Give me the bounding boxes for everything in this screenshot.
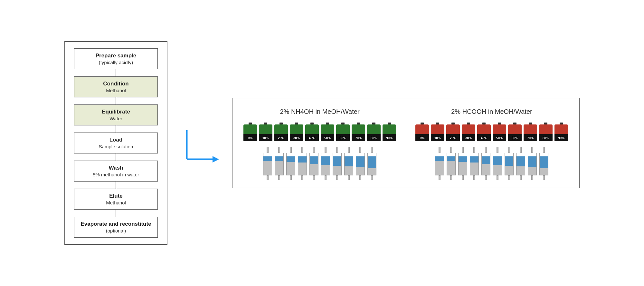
cartridge-0 bbox=[435, 147, 444, 180]
left-group-title: 2% NH4OH in MeOH/Water bbox=[280, 108, 359, 115]
cart-bottom-stem-8 bbox=[531, 175, 533, 180]
cart-bottom-stem-7 bbox=[348, 175, 350, 180]
step-sub-condition: Methanol bbox=[78, 88, 154, 93]
cart-fill-white-1 bbox=[275, 153, 283, 156]
bottle-label-6: 60% bbox=[336, 136, 350, 140]
step-title-wash: Wash bbox=[78, 165, 154, 171]
cart-bottom-stem-5 bbox=[325, 175, 327, 180]
cart-fill-blue-3 bbox=[298, 156, 307, 163]
right-column-group: 2% HCOOH in MeOH/Water 0%10%20%30%40%50%… bbox=[415, 108, 568, 180]
bottle-body-3: 30% bbox=[290, 124, 303, 141]
cart-body-7 bbox=[344, 153, 353, 175]
step-title-elute: Elute bbox=[78, 193, 154, 199]
cart-top-stem-9 bbox=[371, 147, 373, 153]
bottle-1: 10% bbox=[431, 123, 444, 141]
cartridge-8 bbox=[356, 147, 365, 180]
right-group-title: 2% HCOOH in MeOH/Water bbox=[451, 108, 532, 115]
cart-top-stem-2 bbox=[290, 147, 292, 153]
cart-fill-white-7 bbox=[345, 153, 353, 156]
cart-fill-blue-9 bbox=[540, 156, 548, 168]
cart-fill-blue-0 bbox=[435, 156, 444, 161]
cart-fill-blue-6 bbox=[333, 156, 341, 166]
cart-top-stem-7 bbox=[348, 147, 350, 153]
main-container: Prepare sample (typically acidfy)Conditi… bbox=[52, 28, 592, 258]
step-sub-prepare: (typically acidfy) bbox=[78, 60, 154, 65]
cart-fill-blue-6 bbox=[505, 156, 513, 166]
cart-body-9 bbox=[367, 153, 376, 175]
cart-bottom-stem-7 bbox=[520, 175, 522, 180]
bottle-body-9: 90% bbox=[383, 124, 396, 141]
cart-fill-white-2 bbox=[287, 153, 295, 156]
flow-chart: Prepare sample (typically acidfy)Conditi… bbox=[64, 41, 167, 245]
cart-fill-gray-6 bbox=[505, 166, 513, 175]
bottle-body-3: 30% bbox=[462, 124, 475, 141]
cart-bottom-stem-5 bbox=[497, 175, 498, 180]
cart-body-0 bbox=[435, 153, 444, 175]
cart-fill-gray-0 bbox=[263, 161, 272, 175]
cart-bottom-stem-0 bbox=[439, 175, 440, 180]
cartridge-1 bbox=[275, 147, 284, 180]
cart-bottom-stem-8 bbox=[359, 175, 361, 180]
step-sub-elute: Methanol bbox=[78, 200, 154, 205]
bottle-body-8: 80% bbox=[367, 124, 381, 141]
left-cartridges-row bbox=[263, 147, 376, 180]
bottle-label-2: 20% bbox=[446, 136, 460, 140]
step-title-prepare: Prepare sample bbox=[78, 53, 154, 59]
cart-fill-white-1 bbox=[447, 153, 455, 156]
cart-top-stem-4 bbox=[485, 147, 487, 153]
cart-bottom-stem-3 bbox=[473, 175, 475, 180]
cart-fill-white-2 bbox=[459, 153, 467, 156]
cartridge-8 bbox=[528, 147, 537, 180]
cartridge-7 bbox=[344, 147, 353, 180]
step-sub-wash: 5% methanol in water bbox=[78, 172, 154, 177]
bottle-6: 60% bbox=[336, 123, 350, 141]
bottle-label-1: 10% bbox=[259, 136, 272, 140]
bottle-label-9: 90% bbox=[383, 136, 396, 140]
bottle-body-5: 50% bbox=[493, 124, 506, 141]
bottle-7: 70% bbox=[524, 123, 537, 141]
cart-body-3 bbox=[470, 153, 479, 175]
cart-fill-white-5 bbox=[493, 153, 502, 156]
bottle-6: 60% bbox=[508, 123, 522, 141]
cartridge-3 bbox=[298, 147, 307, 180]
bottle-3: 30% bbox=[462, 123, 475, 141]
cart-top-stem-4 bbox=[313, 147, 315, 153]
bottle-body-7: 70% bbox=[524, 124, 537, 141]
cart-fill-blue-7 bbox=[345, 156, 353, 166]
cart-body-1 bbox=[447, 153, 456, 175]
bottle-label-5: 50% bbox=[321, 136, 334, 140]
cart-fill-gray-9 bbox=[368, 168, 376, 175]
cart-top-stem-1 bbox=[278, 147, 280, 153]
cartridge-9 bbox=[539, 147, 548, 180]
cartridge-0 bbox=[263, 147, 272, 180]
cart-fill-blue-2 bbox=[287, 156, 295, 162]
cart-top-stem-9 bbox=[543, 147, 545, 153]
cart-body-5 bbox=[493, 153, 502, 175]
bottle-9: 90% bbox=[554, 123, 568, 141]
bottle-body-4: 40% bbox=[305, 124, 319, 141]
cart-fill-gray-1 bbox=[447, 161, 455, 175]
bottle-label-9: 90% bbox=[554, 136, 568, 140]
bottle-0: 0% bbox=[243, 123, 257, 141]
right-cartridges-row bbox=[435, 147, 548, 180]
cart-fill-blue-5 bbox=[321, 156, 330, 165]
cart-top-stem-6 bbox=[508, 147, 510, 153]
cart-top-stem-0 bbox=[439, 147, 440, 153]
cart-fill-gray-3 bbox=[298, 163, 307, 175]
cart-top-stem-0 bbox=[267, 147, 269, 153]
bottle-8: 80% bbox=[539, 123, 553, 141]
cart-fill-white-4 bbox=[310, 153, 318, 156]
step-title-equilibrate: Equilibrate bbox=[78, 109, 154, 115]
flow-connector-2 bbox=[116, 125, 116, 133]
cart-top-stem-1 bbox=[450, 147, 452, 153]
cartridge-1 bbox=[447, 147, 456, 180]
bottle-body-5: 50% bbox=[321, 124, 334, 141]
step-title-load: Load bbox=[78, 137, 154, 143]
cart-bottom-stem-2 bbox=[462, 175, 464, 180]
right-columns: 2% NH4OH in MeOH/Water 0%10%20%30%40%50%… bbox=[240, 108, 571, 180]
cart-bottom-stem-1 bbox=[450, 175, 452, 180]
cart-fill-gray-5 bbox=[321, 165, 330, 175]
bottle-label-1: 10% bbox=[431, 136, 444, 140]
cart-body-0 bbox=[263, 153, 272, 175]
bottle-label-8: 80% bbox=[539, 136, 553, 140]
